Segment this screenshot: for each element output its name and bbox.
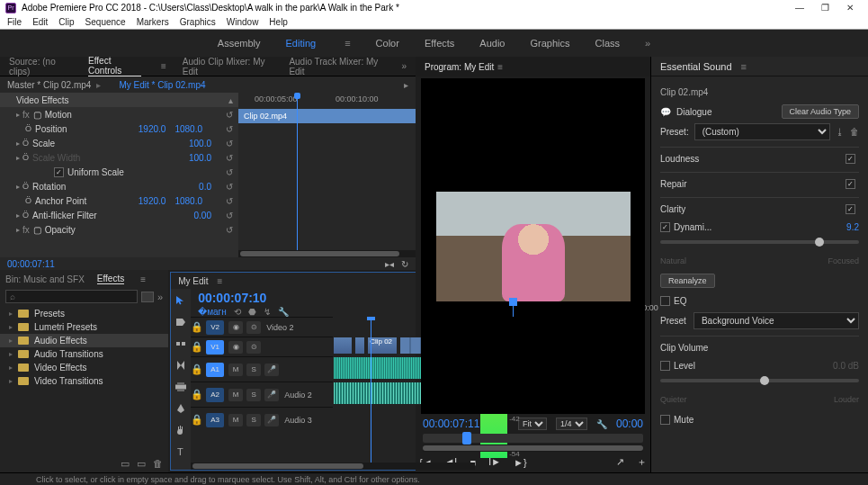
- workspace-menu-icon[interactable]: ≡: [345, 38, 350, 49]
- video-clip[interactable]: [333, 337, 353, 355]
- wrench-icon[interactable]: 🔧: [278, 307, 289, 317]
- eq-toggle[interactable]: [660, 296, 670, 306]
- slip-tool[interactable]: [174, 381, 187, 393]
- effects-folder[interactable]: ▸Audio Effects: [0, 334, 168, 347]
- es-preset-select[interactable]: (Custom): [694, 123, 830, 140]
- effects-folder[interactable]: ▸Presets: [0, 307, 168, 320]
- workspace-editing[interactable]: Editing: [286, 38, 317, 49]
- export-frame-button[interactable]: ↗: [616, 456, 624, 468]
- ec-time-ruler[interactable]: 00:00:05:00 00:00:10:00: [238, 93, 416, 109]
- clear-audio-type-button[interactable]: Clear Audio Type: [782, 104, 859, 119]
- menu-clip[interactable]: Clip: [58, 17, 74, 27]
- sync-lock[interactable]: ⊙: [246, 341, 261, 354]
- track-header[interactable]: 🔒A3MS🎤Audio 3: [191, 407, 333, 432]
- effects-folder[interactable]: ▸Audio Transitions: [0, 347, 168, 361]
- minimize-button[interactable]: —: [787, 3, 812, 13]
- new-item-icon[interactable]: ▭: [137, 458, 146, 472]
- panel-overflow-icon[interactable]: »: [401, 61, 407, 71]
- menu-sequence[interactable]: Sequence: [85, 17, 126, 27]
- effects-folder[interactable]: ▸Video Effects: [0, 361, 168, 374]
- program-monitor[interactable]: [421, 78, 645, 414]
- menu-help[interactable]: Help: [269, 17, 288, 27]
- loudness-toggle[interactable]: [846, 154, 855, 164]
- panel-menu-icon[interactable]: »: [157, 292, 163, 302]
- uniform-scale-checkbox[interactable]: [54, 167, 64, 177]
- add-button[interactable]: ＋: [637, 455, 647, 469]
- panel-tab[interactable]: Audio Track Mixer: My Edit: [289, 57, 385, 76]
- project-tab[interactable]: Effects: [97, 274, 124, 284]
- wrench-icon[interactable]: 🔧: [596, 419, 607, 429]
- mute-button[interactable]: M: [228, 364, 243, 376]
- type-tool[interactable]: T: [174, 445, 187, 458]
- stopwatch-icon[interactable]: Ö: [25, 196, 31, 205]
- menu-file[interactable]: File: [7, 17, 22, 27]
- mute-button[interactable]: M: [228, 389, 243, 401]
- panel-menu-icon[interactable]: ≡: [161, 61, 166, 71]
- menu-markers[interactable]: Markers: [137, 17, 169, 27]
- program-menu-icon[interactable]: ≡: [497, 62, 503, 72]
- delete-icon[interactable]: 🗑: [153, 458, 163, 472]
- save-preset-icon[interactable]: ⭳: [836, 127, 845, 137]
- panel-tab[interactable]: Audio Clip Mixer: My Edit: [183, 57, 273, 76]
- program-timecode-out[interactable]: 00:00: [616, 418, 643, 430]
- workspace-class[interactable]: Class: [595, 38, 621, 49]
- solo-button[interactable]: S: [246, 389, 261, 401]
- track-target[interactable]: V2: [206, 320, 224, 335]
- lock-icon[interactable]: 🔒: [191, 414, 203, 426]
- workspace-effects[interactable]: Effects: [425, 38, 454, 49]
- track-target[interactable]: A1: [206, 363, 224, 377]
- keyframe-reset-icon[interactable]: ↺: [220, 153, 238, 163]
- track-target[interactable]: A2: [206, 388, 224, 402]
- panel-menu-icon[interactable]: ≡: [140, 274, 146, 284]
- ec-property-value[interactable]: 1080.0: [174, 196, 202, 206]
- video-clip[interactable]: [354, 337, 365, 355]
- toggle-output[interactable]: ◉: [228, 321, 243, 334]
- menu-window[interactable]: Window: [227, 17, 259, 27]
- workspace-overflow-icon[interactable]: »: [645, 38, 650, 49]
- ec-collapse-icon[interactable]: ▴: [228, 95, 233, 105]
- track-header[interactable]: 🔒A2MS🎤Audio 2: [191, 382, 333, 407]
- timeline-tab[interactable]: My Edit: [178, 276, 208, 286]
- workspace-audio[interactable]: Audio: [479, 38, 505, 49]
- track-target[interactable]: A3: [206, 413, 224, 427]
- video-clip[interactable]: Clip 02: [367, 337, 398, 355]
- toggle-output[interactable]: ◉: [228, 341, 243, 354]
- dynamics-slider[interactable]: [660, 240, 859, 244]
- keyframe-reset-icon[interactable]: ↺: [220, 211, 238, 220]
- repair-toggle[interactable]: [846, 179, 855, 189]
- close-button[interactable]: ✕: [837, 3, 863, 13]
- ec-clip-bar[interactable]: Clip 02.mp4: [238, 109, 416, 123]
- level-slider[interactable]: [660, 379, 859, 382]
- eq-preset-select[interactable]: Background Voice: [694, 312, 859, 329]
- pen-tool[interactable]: [174, 402, 187, 415]
- ec-playhead[interactable]: [297, 93, 298, 257]
- level-toggle[interactable]: [660, 361, 670, 371]
- voice-button[interactable]: 🎤: [264, 364, 279, 376]
- voice-button[interactable]: 🎤: [264, 414, 279, 427]
- razor-tool[interactable]: [174, 359, 187, 372]
- track-target[interactable]: V1: [206, 340, 224, 355]
- search-folder-icon[interactable]: [141, 292, 154, 302]
- program-tab[interactable]: Program: My Edit≡: [416, 57, 650, 76]
- ripple-edit-tool[interactable]: [174, 337, 187, 350]
- sync-lock[interactable]: ⊙: [246, 321, 261, 334]
- ec-zoom-icon[interactable]: ▸◂: [385, 259, 394, 269]
- stopwatch-icon[interactable]: Ö: [22, 153, 29, 162]
- track-header[interactable]: 🔒V1◉⊙: [191, 337, 333, 356]
- track-header[interactable]: 🔒A1MS🎤: [191, 356, 333, 382]
- keyframe-reset-icon[interactable]: ↺: [220, 225, 238, 235]
- linked-sel-icon[interactable]: ⟲: [234, 307, 241, 317]
- ec-clip-name[interactable]: My Edit * Clip 02.mp4: [119, 80, 205, 90]
- track-header[interactable]: 🔒V2◉⊙Video 2: [191, 317, 333, 337]
- lock-icon[interactable]: 🔒: [191, 389, 203, 400]
- lock-icon[interactable]: 🔒: [191, 341, 203, 353]
- settings-icon[interactable]: ↯: [264, 307, 271, 317]
- timeline-playhead-line[interactable]: [371, 317, 371, 463]
- es-menu-icon[interactable]: ≡: [741, 61, 747, 72]
- stopwatch-icon[interactable]: Ö: [22, 211, 29, 220]
- stopwatch-icon[interactable]: Ö: [25, 124, 31, 133]
- workspace-graphics[interactable]: Graphics: [530, 38, 569, 49]
- ec-play-icon[interactable]: ▸: [404, 80, 408, 90]
- new-bin-icon[interactable]: ▭: [121, 458, 130, 472]
- dynamics-value[interactable]: 9.2: [846, 222, 859, 232]
